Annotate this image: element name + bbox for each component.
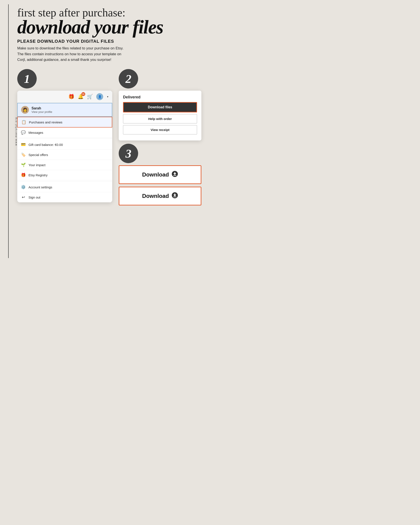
settings-icon: ⚙️ xyxy=(21,185,26,189)
left-border xyxy=(8,4,9,258)
menu-registry[interactable]: 🎁 Etsy Registry xyxy=(17,170,112,180)
menu-sign-out[interactable]: ↩ Sign out xyxy=(17,192,112,202)
menu-registry-label: Etsy Registry xyxy=(29,173,48,177)
menu-divider-2 xyxy=(17,181,112,181)
bold-title: download your files xyxy=(17,18,203,37)
menu-special-offers-label: Special offers xyxy=(29,153,48,157)
cart-icon: 🛒 xyxy=(87,94,93,100)
content-description: Make sure to download the files related … xyxy=(17,46,125,63)
menu-impact-label: Your impact xyxy=(29,163,46,167)
download-label-1: Download xyxy=(142,171,169,178)
page-wrapper: www.marryful.org first step after purcha… xyxy=(0,0,210,262)
svg-rect-2 xyxy=(174,172,175,174)
download-label-2: Download xyxy=(142,193,169,199)
download-icon-2 xyxy=(172,192,178,200)
vertical-text: www.marryful.org xyxy=(15,117,17,146)
step2-number: 2 xyxy=(125,72,132,86)
order-mockup: Delivered Download files Help with order… xyxy=(119,91,201,141)
view-receipt-button[interactable]: View receipt xyxy=(123,125,197,134)
menu-special-offers[interactable]: 🏷️ Special offers xyxy=(17,150,112,160)
menu-purchases-label: Purchases and reviews xyxy=(29,120,62,124)
menu-user-name: Sarah xyxy=(31,106,52,110)
etsy-top-bar: 🎁 🔔 50 🛒 👤 ▼ xyxy=(17,91,112,103)
svg-rect-7 xyxy=(173,197,176,197)
purchases-icon: 📋 xyxy=(21,120,26,124)
special-offers-icon: 🏷️ xyxy=(21,152,26,157)
svg-rect-6 xyxy=(174,194,175,195)
svg-rect-3 xyxy=(173,175,176,176)
menu-your-impact[interactable]: 🌱 Your impact xyxy=(17,160,112,170)
menu-messages-label: Messages xyxy=(29,131,43,134)
step1-number: 1 xyxy=(24,72,30,86)
step3-number-circle: 3 xyxy=(119,144,138,163)
download-icon-1 xyxy=(172,171,178,179)
menu-settings-label: Account settings xyxy=(29,185,52,189)
etsy-mockup: 🎁 🔔 50 🛒 👤 ▼ 👩 Sarah xyxy=(17,91,112,202)
notification-badge: 🔔 50 xyxy=(78,94,84,100)
header-area: first step after purchase: download your… xyxy=(15,4,203,37)
content-area: PLEASE DOWNLOAD YOUR DIGITAL FILES Make … xyxy=(15,39,203,208)
signout-icon: ↩ xyxy=(21,195,26,200)
menu-giftcard-label: Gift card balance: €0.00 xyxy=(29,143,63,147)
menu-giftcard[interactable]: 💳 Gift card balance: €0.00 xyxy=(17,140,112,150)
step2-number-circle: 2 xyxy=(119,69,138,88)
step1-number-circle: 1 xyxy=(17,69,37,88)
dropdown-arrow-icon: ▼ xyxy=(107,96,109,98)
step1-col: 1 🎁 🔔 50 🛒 👤 ▼ xyxy=(17,69,112,202)
registry-icon: 🎁 xyxy=(21,173,26,177)
menu-signout-label: Sign out xyxy=(29,196,40,199)
download-button-1[interactable]: Download xyxy=(119,165,201,184)
menu-divider-1 xyxy=(17,139,112,139)
impact-icon: 🌱 xyxy=(21,162,26,167)
step3-section: 3 Download xyxy=(119,144,201,206)
menu-avatar: 👩 xyxy=(21,106,29,114)
steps-row: 1 🎁 🔔 50 🛒 👤 ▼ xyxy=(17,69,201,208)
download-button-2[interactable]: Download xyxy=(119,187,201,206)
step3-number: 3 xyxy=(125,147,132,160)
menu-user-subtitle: View your profile xyxy=(31,110,52,113)
steps-2-3-col: 2 Delivered Download files Help with ord… xyxy=(119,69,201,208)
gift-icon: 🎁 xyxy=(68,94,74,100)
menu-account-settings[interactable]: ⚙️ Account settings xyxy=(17,182,112,192)
giftcard-icon: 💳 xyxy=(21,142,26,147)
notification-count: 50 xyxy=(81,92,85,96)
user-avatar-top[interactable]: 👤 xyxy=(96,93,103,100)
delivered-badge: Delivered xyxy=(123,95,197,100)
content-subtitle: PLEASE DOWNLOAD YOUR DIGITAL FILES xyxy=(17,39,201,44)
help-with-order-button[interactable]: Help with order xyxy=(123,114,197,123)
messages-icon: 💬 xyxy=(21,130,26,135)
download-files-button[interactable]: Download files xyxy=(123,102,197,112)
menu-purchases[interactable]: 📋 Purchases and reviews xyxy=(17,117,112,128)
menu-messages[interactable]: 💬 Messages xyxy=(17,128,112,138)
step2-section: 2 Delivered Download files Help with ord… xyxy=(119,69,201,141)
menu-user-profile[interactable]: 👩 Sarah View your profile xyxy=(17,103,112,117)
